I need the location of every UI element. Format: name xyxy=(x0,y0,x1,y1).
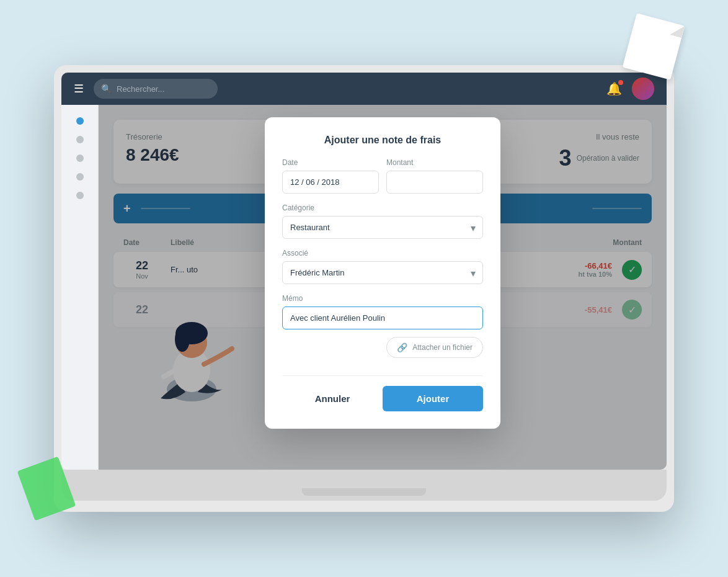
form-group-memo: Mémo xyxy=(282,294,483,329)
form-row-date-montant: Date Montant xyxy=(282,158,483,194)
associe-select-wrapper: Frédéric Martin Marie Dupont Jean Durand… xyxy=(282,261,483,284)
modal-actions: Annuler Ajouter xyxy=(282,375,483,411)
add-button[interactable]: Ajouter xyxy=(383,386,483,411)
sidebar-dot-2[interactable] xyxy=(76,136,84,143)
form-group-categorie: Catégorie Restaurant Transport Hôtel Aut… xyxy=(282,204,483,239)
laptop-base xyxy=(61,470,667,501)
page-area: Trésorerie 8 246€ Il vous reste 3 Opérat… xyxy=(99,105,667,470)
search-bar[interactable]: 🔍 Rechercher... xyxy=(94,79,218,99)
avatar[interactable] xyxy=(632,78,654,100)
attach-icon: 🔗 xyxy=(397,342,407,352)
navbar: ☰ 🔍 Rechercher... 🔔 xyxy=(61,73,667,105)
associe-select[interactable]: Frédéric Martin Marie Dupont Jean Durand xyxy=(282,261,483,284)
navbar-right: 🔔 xyxy=(606,78,654,100)
memo-label: Mémo xyxy=(282,294,483,303)
sidebar xyxy=(61,105,99,470)
form-group-montant: Montant xyxy=(386,158,483,194)
associe-label: Associé xyxy=(282,249,483,257)
attach-label: Attacher un fichier xyxy=(412,343,473,352)
memo-input[interactable] xyxy=(282,306,483,329)
avatar-image xyxy=(632,78,654,100)
bell-wrapper[interactable]: 🔔 xyxy=(606,81,622,96)
date-label: Date xyxy=(282,158,379,167)
cancel-button[interactable]: Annuler xyxy=(282,386,383,411)
modal-overlay[interactable]: Ajouter une note de frais Date Montant xyxy=(99,105,667,470)
modal-title: Ajouter une note de frais xyxy=(282,135,483,146)
montant-input[interactable] xyxy=(386,171,483,194)
search-placeholder-text: Rechercher... xyxy=(117,84,164,94)
modal: Ajouter une note de frais Date Montant xyxy=(265,117,500,429)
form-group-associe: Associé Frédéric Martin Marie Dupont Jea… xyxy=(282,249,483,284)
search-icon: 🔍 xyxy=(101,84,112,94)
categorie-select-wrapper: Restaurant Transport Hôtel Autre ▾ xyxy=(282,216,483,239)
montant-label: Montant xyxy=(386,158,483,167)
sidebar-dot-3[interactable] xyxy=(76,154,84,162)
laptop-screen: ☰ 🔍 Rechercher... 🔔 xyxy=(61,73,667,470)
laptop-frame: ☰ 🔍 Rechercher... 🔔 xyxy=(54,65,674,512)
categorie-label: Catégorie xyxy=(282,204,483,212)
sidebar-dot-4[interactable] xyxy=(76,173,84,181)
hamburger-icon[interactable]: ☰ xyxy=(74,82,84,96)
notification-dot xyxy=(618,80,623,85)
laptop-stand xyxy=(302,488,426,496)
attach-button[interactable]: 🔗 Attacher un fichier xyxy=(386,337,483,358)
form-group-date: Date xyxy=(282,158,379,194)
categorie-select[interactable]: Restaurant Transport Hôtel Autre xyxy=(282,216,483,239)
main-content: Trésorerie 8 246€ Il vous reste 3 Opérat… xyxy=(61,105,667,470)
sidebar-dot-5[interactable] xyxy=(76,192,84,199)
sidebar-dot-1[interactable] xyxy=(76,117,84,125)
date-input[interactable] xyxy=(282,171,379,194)
